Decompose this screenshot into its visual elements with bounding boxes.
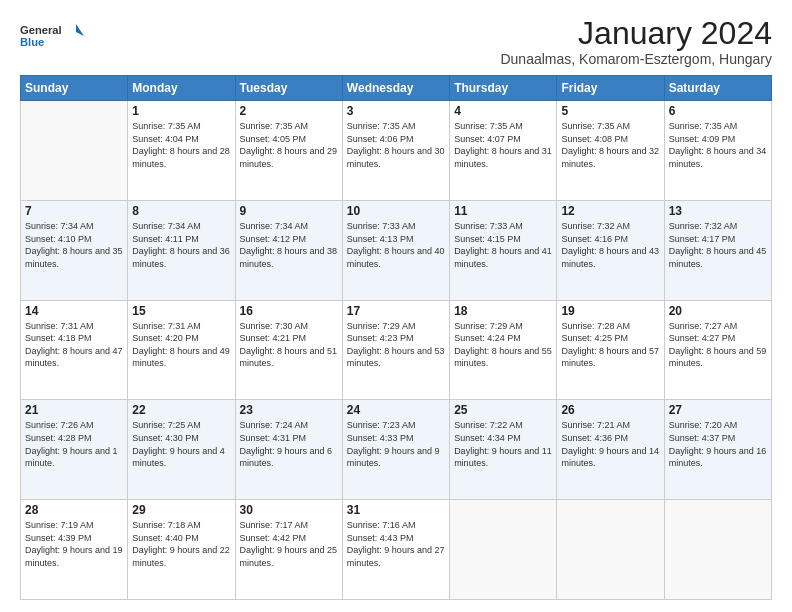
day-cell: 15 Sunrise: 7:31 AM Sunset: 4:20 PM Dayl… xyxy=(128,300,235,400)
day-cell: 19 Sunrise: 7:28 AM Sunset: 4:25 PM Dayl… xyxy=(557,300,664,400)
daylight: Daylight: 8 hours and 32 minutes. xyxy=(561,145,659,170)
sunrise: Sunrise: 7:35 AM xyxy=(669,120,767,133)
col-saturday: Saturday xyxy=(664,76,771,101)
daylight: Daylight: 8 hours and 28 minutes. xyxy=(132,145,230,170)
daylight: Daylight: 9 hours and 9 minutes. xyxy=(347,445,445,470)
day-number: 24 xyxy=(347,403,445,417)
sunset: Sunset: 4:33 PM xyxy=(347,432,445,445)
sunrise: Sunrise: 7:34 AM xyxy=(25,220,123,233)
sunrise: Sunrise: 7:28 AM xyxy=(561,320,659,333)
svg-marker-2 xyxy=(76,24,84,36)
sunrise: Sunrise: 7:31 AM xyxy=(25,320,123,333)
title-block: January 2024 Dunaalmas, Komarom-Esztergo… xyxy=(500,16,772,67)
day-number: 17 xyxy=(347,304,445,318)
sunrise: Sunrise: 7:30 AM xyxy=(240,320,338,333)
calendar-table: Sunday Monday Tuesday Wednesday Thursday… xyxy=(20,75,772,600)
sunset: Sunset: 4:42 PM xyxy=(240,532,338,545)
day-info: Sunrise: 7:16 AM Sunset: 4:43 PM Dayligh… xyxy=(347,519,445,569)
daylight: Daylight: 8 hours and 55 minutes. xyxy=(454,345,552,370)
day-number: 14 xyxy=(25,304,123,318)
day-cell: 29 Sunrise: 7:18 AM Sunset: 4:40 PM Dayl… xyxy=(128,500,235,600)
sunrise: Sunrise: 7:35 AM xyxy=(240,120,338,133)
day-number: 18 xyxy=(454,304,552,318)
day-number: 8 xyxy=(132,204,230,218)
day-number: 9 xyxy=(240,204,338,218)
daylight: Daylight: 8 hours and 59 minutes. xyxy=(669,345,767,370)
daylight: Daylight: 8 hours and 40 minutes. xyxy=(347,245,445,270)
sunrise: Sunrise: 7:34 AM xyxy=(132,220,230,233)
daylight: Daylight: 8 hours and 35 minutes. xyxy=(25,245,123,270)
sunrise: Sunrise: 7:26 AM xyxy=(25,419,123,432)
sunrise: Sunrise: 7:33 AM xyxy=(454,220,552,233)
day-cell: 6 Sunrise: 7:35 AM Sunset: 4:09 PM Dayli… xyxy=(664,101,771,201)
sunrise: Sunrise: 7:27 AM xyxy=(669,320,767,333)
sunrise: Sunrise: 7:35 AM xyxy=(132,120,230,133)
day-number: 3 xyxy=(347,104,445,118)
day-number: 7 xyxy=(25,204,123,218)
sunrise: Sunrise: 7:31 AM xyxy=(132,320,230,333)
sunset: Sunset: 4:40 PM xyxy=(132,532,230,545)
week-row-3: 21 Sunrise: 7:26 AM Sunset: 4:28 PM Dayl… xyxy=(21,400,772,500)
day-info: Sunrise: 7:35 AM Sunset: 4:04 PM Dayligh… xyxy=(132,120,230,170)
day-cell: 17 Sunrise: 7:29 AM Sunset: 4:23 PM Dayl… xyxy=(342,300,449,400)
sunrise: Sunrise: 7:29 AM xyxy=(347,320,445,333)
day-number: 31 xyxy=(347,503,445,517)
day-number: 23 xyxy=(240,403,338,417)
daylight: Daylight: 8 hours and 57 minutes. xyxy=(561,345,659,370)
sunset: Sunset: 4:20 PM xyxy=(132,332,230,345)
sunset: Sunset: 4:43 PM xyxy=(347,532,445,545)
col-wednesday: Wednesday xyxy=(342,76,449,101)
day-cell: 8 Sunrise: 7:34 AM Sunset: 4:11 PM Dayli… xyxy=(128,200,235,300)
sunset: Sunset: 4:24 PM xyxy=(454,332,552,345)
week-row-2: 14 Sunrise: 7:31 AM Sunset: 4:18 PM Dayl… xyxy=(21,300,772,400)
sunrise: Sunrise: 7:35 AM xyxy=(347,120,445,133)
sunset: Sunset: 4:25 PM xyxy=(561,332,659,345)
calendar: Sunday Monday Tuesday Wednesday Thursday… xyxy=(20,75,772,600)
daylight: Daylight: 9 hours and 22 minutes. xyxy=(132,544,230,569)
day-info: Sunrise: 7:34 AM Sunset: 4:10 PM Dayligh… xyxy=(25,220,123,270)
day-number: 26 xyxy=(561,403,659,417)
day-cell: 30 Sunrise: 7:17 AM Sunset: 4:42 PM Dayl… xyxy=(235,500,342,600)
day-info: Sunrise: 7:29 AM Sunset: 4:23 PM Dayligh… xyxy=(347,320,445,370)
day-info: Sunrise: 7:21 AM Sunset: 4:36 PM Dayligh… xyxy=(561,419,659,469)
daylight: Daylight: 8 hours and 47 minutes. xyxy=(25,345,123,370)
sunrise: Sunrise: 7:23 AM xyxy=(347,419,445,432)
sunset: Sunset: 4:28 PM xyxy=(25,432,123,445)
day-cell: 25 Sunrise: 7:22 AM Sunset: 4:34 PM Dayl… xyxy=(450,400,557,500)
sunrise: Sunrise: 7:20 AM xyxy=(669,419,767,432)
day-info: Sunrise: 7:17 AM Sunset: 4:42 PM Dayligh… xyxy=(240,519,338,569)
day-number: 30 xyxy=(240,503,338,517)
daylight: Daylight: 9 hours and 25 minutes. xyxy=(240,544,338,569)
day-cell xyxy=(21,101,128,201)
day-cell: 7 Sunrise: 7:34 AM Sunset: 4:10 PM Dayli… xyxy=(21,200,128,300)
sunrise: Sunrise: 7:16 AM xyxy=(347,519,445,532)
daylight: Daylight: 9 hours and 14 minutes. xyxy=(561,445,659,470)
sunset: Sunset: 4:37 PM xyxy=(669,432,767,445)
day-info: Sunrise: 7:31 AM Sunset: 4:18 PM Dayligh… xyxy=(25,320,123,370)
day-info: Sunrise: 7:22 AM Sunset: 4:34 PM Dayligh… xyxy=(454,419,552,469)
daylight: Daylight: 9 hours and 27 minutes. xyxy=(347,544,445,569)
day-cell xyxy=(450,500,557,600)
day-cell: 10 Sunrise: 7:33 AM Sunset: 4:13 PM Dayl… xyxy=(342,200,449,300)
day-info: Sunrise: 7:29 AM Sunset: 4:24 PM Dayligh… xyxy=(454,320,552,370)
sunrise: Sunrise: 7:32 AM xyxy=(561,220,659,233)
daylight: Daylight: 8 hours and 38 minutes. xyxy=(240,245,338,270)
day-number: 6 xyxy=(669,104,767,118)
sunrise: Sunrise: 7:25 AM xyxy=(132,419,230,432)
daylight: Daylight: 8 hours and 49 minutes. xyxy=(132,345,230,370)
sunset: Sunset: 4:21 PM xyxy=(240,332,338,345)
day-number: 4 xyxy=(454,104,552,118)
day-number: 2 xyxy=(240,104,338,118)
sunset: Sunset: 4:39 PM xyxy=(25,532,123,545)
day-cell: 13 Sunrise: 7:32 AM Sunset: 4:17 PM Dayl… xyxy=(664,200,771,300)
day-number: 1 xyxy=(132,104,230,118)
sunrise: Sunrise: 7:29 AM xyxy=(454,320,552,333)
day-cell: 3 Sunrise: 7:35 AM Sunset: 4:06 PM Dayli… xyxy=(342,101,449,201)
day-number: 16 xyxy=(240,304,338,318)
day-cell: 28 Sunrise: 7:19 AM Sunset: 4:39 PM Dayl… xyxy=(21,500,128,600)
sunrise: Sunrise: 7:22 AM xyxy=(454,419,552,432)
day-info: Sunrise: 7:26 AM Sunset: 4:28 PM Dayligh… xyxy=(25,419,123,469)
day-info: Sunrise: 7:28 AM Sunset: 4:25 PM Dayligh… xyxy=(561,320,659,370)
day-cell: 5 Sunrise: 7:35 AM Sunset: 4:08 PM Dayli… xyxy=(557,101,664,201)
calendar-header: Sunday Monday Tuesday Wednesday Thursday… xyxy=(21,76,772,101)
